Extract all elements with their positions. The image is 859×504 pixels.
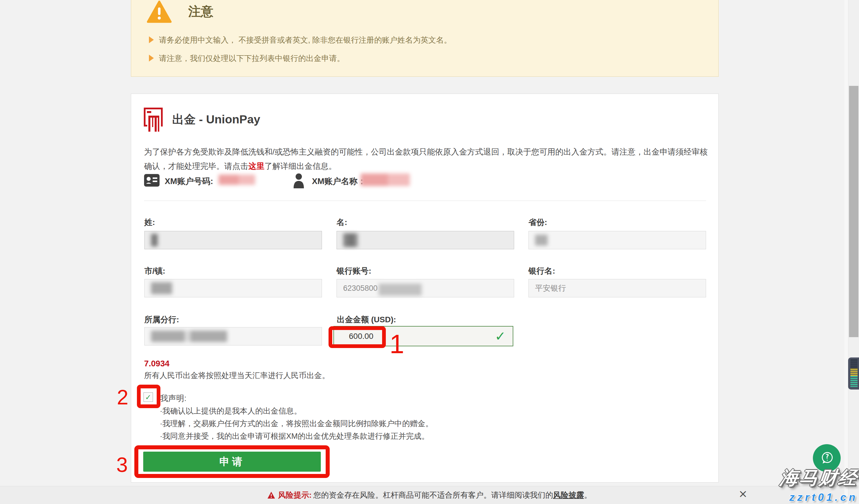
- withdrawal-card: 出金 - UnionPay 为了保护各方免受欺诈及降低洗钱和/或恐怖主义融资的可…: [131, 94, 719, 483]
- account-info-row: XM账户号码: XM账户名称：: [144, 173, 708, 191]
- account-number-redacted: [218, 175, 255, 185]
- widget-stripes-yellow: [850, 368, 858, 376]
- bank-account-input[interactable]: 62305800: [336, 279, 514, 297]
- help-bubble-icon: ?: [818, 449, 836, 467]
- declaration-label: 我声明:: [160, 393, 186, 404]
- exchange-rate-note: 所有人民币出金将按照处理当天汇率进行人民币出金。: [144, 371, 330, 381]
- field-label-province: 省份:: [528, 217, 547, 228]
- details-link[interactable]: 这里: [248, 162, 265, 171]
- notice-panel: 注意 请务必使用中文输入， 不接受拼音或者英文, 除非您在银行注册的账户姓名为英…: [131, 0, 719, 77]
- annotation-box-submit: [134, 445, 330, 478]
- watermark-site-name: 海马财经: [779, 466, 859, 490]
- annotation-box-checkbox: [137, 385, 161, 408]
- notice-item: 请务必使用中文输入， 不接受拼音或者英文, 除非您在银行注册的账户姓名为英文名。: [149, 35, 693, 45]
- watermark-site-url: zzrt01.cn: [780, 491, 858, 503]
- city-input[interactable]: [145, 279, 322, 297]
- field-label-bank-account: 银行账号:: [336, 266, 371, 277]
- annotation-step-2: 2: [117, 387, 128, 408]
- notice-title: 注意: [188, 3, 213, 20]
- annotation-step-3: 3: [116, 455, 128, 475]
- browser-extension-widget[interactable]: [848, 358, 859, 390]
- scrollbar-thumb[interactable]: [849, 86, 858, 337]
- bank-account-prefix: 62305800: [343, 284, 377, 293]
- branch-input[interactable]: [145, 327, 322, 345]
- field-label-city: 市/镇:: [145, 266, 165, 277]
- field-label-amount: 出金金额 (USD):: [337, 314, 396, 325]
- svg-text:?: ?: [826, 453, 829, 460]
- risk-label: 风险提示:: [278, 490, 312, 500]
- first-name-redacted: [343, 233, 358, 247]
- last-name-redacted: [151, 234, 158, 247]
- widget-stripes-dark: [850, 360, 858, 368]
- withdrawal-page: { "notice": { "title": "注意", "items": [ …: [0, 0, 859, 504]
- intro-paragraph: 为了保护各方免受欺诈及降低洗钱和/或恐怖主义融资的可能性，公司出金款项只能依原入…: [144, 145, 708, 173]
- notice-item-text: 请务必使用中文输入， 不接受拼音或者英文, 除非您在银行注册的账户姓名为英文名。: [159, 35, 452, 45]
- city-redacted: [151, 282, 172, 294]
- notice-item: 请注意，我们仅处理以下下拉列表中银行的出金申请。: [149, 53, 693, 63]
- bank-name-input[interactable]: 平安银行: [528, 279, 706, 297]
- risk-text: 您的资金存在风险。杠杆商品可能不适合所有客户。请详细阅读我们的: [313, 490, 553, 500]
- province-input[interactable]: [528, 231, 706, 249]
- id-card-icon: [144, 174, 160, 188]
- declaration-item: ·我同意并接受，我的出金申请可根据XM的出金优先处理条款进行修正并完成。: [160, 431, 430, 441]
- branch-redacted: [151, 331, 227, 342]
- page-gutter: [844, 0, 848, 504]
- close-icon[interactable]: ×: [738, 488, 748, 499]
- intro-text: 为了保护各方免受欺诈及降低洗钱和/或恐怖主义融资的可能性，公司出金款项只能依原入…: [144, 147, 708, 171]
- risk-disclosure-link[interactable]: 风险披露: [553, 490, 584, 500]
- risk-warning-bar: 风险提示: 您的资金存在风险。杠杆商品可能不适合所有客户。请详细阅读我们的 风险…: [0, 486, 859, 504]
- widget-stripes-teal: [850, 376, 858, 387]
- province-redacted: [535, 235, 548, 246]
- bank-account-redacted: [379, 284, 422, 296]
- account-name-label: XM账户名称：: [312, 176, 366, 187]
- watermark: 海马财经 zzrt01.cn: [780, 466, 858, 503]
- declaration-item: ·我确认以上提供的是我本人的出金信息。: [160, 406, 302, 416]
- field-label-last-name: 姓:: [145, 217, 155, 228]
- notice-item-text: 请注意，我们仅处理以下下拉列表中银行的出金申请。: [159, 53, 345, 63]
- divider: [144, 201, 706, 201]
- account-name-redacted: [361, 173, 410, 186]
- exchange-rate: 7.0934: [144, 359, 169, 368]
- warning-small-icon: [267, 491, 275, 499]
- valid-check-icon: ✓: [495, 330, 506, 343]
- annotation-box-amount: [329, 326, 386, 348]
- account-number-label: XM账户号码:: [165, 176, 213, 187]
- last-name-input[interactable]: [145, 231, 322, 249]
- bullet-arrow-icon: [149, 55, 154, 62]
- annotation-step-1: 1: [390, 331, 404, 357]
- page-title: 出金 - UnionPay: [172, 112, 260, 127]
- field-label-first-name: 名:: [336, 217, 347, 228]
- warning-triangle-icon: [147, 0, 172, 24]
- first-name-input[interactable]: [336, 231, 514, 249]
- bullet-arrow-icon: [149, 36, 154, 43]
- person-icon: [293, 173, 304, 189]
- field-label-branch: 所属分行:: [145, 314, 179, 325]
- declaration-item: ·我理解，交易账户任何方式的出金，将按照出金金额同比例扣除账户中的赠金。: [160, 419, 433, 429]
- withdrawal-bank-icon: [143, 107, 163, 133]
- intro-text: 了解详细出金信息。: [265, 162, 336, 171]
- field-label-bank-name: 银行名:: [528, 266, 555, 277]
- risk-suffix: 。: [584, 490, 592, 500]
- bank-name-value: 平安银行: [535, 283, 566, 293]
